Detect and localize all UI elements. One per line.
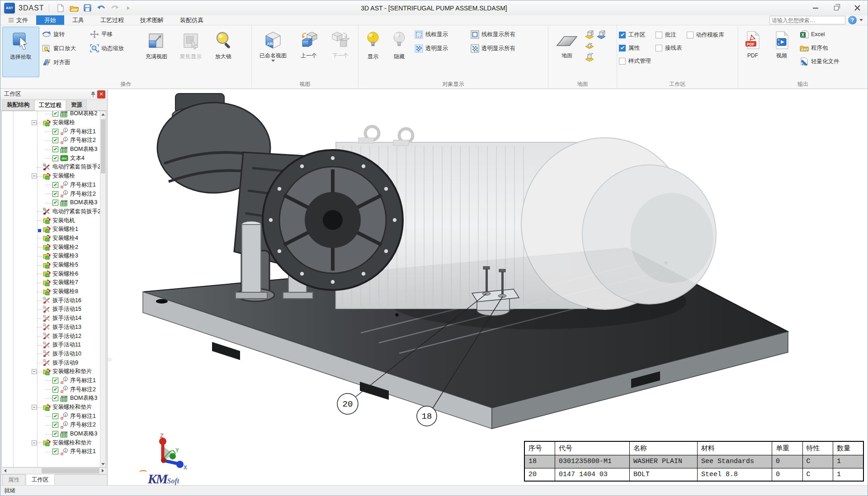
rotate-button[interactable]: 旋转 (40, 29, 87, 39)
tree-item-checkbox[interactable] (52, 413, 58, 419)
collapse-expander-icon[interactable] (32, 405, 37, 410)
next-view-button[interactable]: 下一个 (325, 27, 356, 77)
checkbox-icon[interactable] (619, 58, 626, 65)
tree-item[interactable]: 扳手活动15 (2, 305, 100, 314)
scrollbar-thumb[interactable] (101, 119, 105, 173)
tree-item[interactable]: 安装螺栓7 (2, 278, 100, 287)
tree-item[interactable]: 1序号标注1 (2, 127, 100, 136)
prev-view-button[interactable]: 上一个 (293, 27, 324, 77)
close-panel-button[interactable]: ✕ (97, 90, 105, 98)
tree-item[interactable]: 安装螺栓1 (2, 225, 100, 234)
scroll-right-arrow[interactable] (99, 468, 106, 474)
tree-item[interactable]: 扳手活动16 (2, 296, 100, 305)
checkbox-icon[interactable] (656, 32, 662, 38)
redo-button[interactable] (109, 3, 121, 14)
show-button[interactable]: 显示 (360, 27, 386, 77)
close-button[interactable] (847, 0, 868, 15)
annotation-checkbox-row[interactable]: 批注 (656, 29, 682, 40)
open-file-button[interactable] (68, 3, 80, 14)
collapse-expander-icon[interactable] (32, 440, 37, 445)
tree-item-checkbox[interactable] (52, 395, 58, 401)
tab-assembly-structure[interactable]: 装配结构 (2, 99, 34, 110)
style-mgmt-checkbox-row[interactable]: 样式管理 (619, 56, 651, 66)
bom-row[interactable]: 200147 1404 03BOLTSteel 8.80C1 (524, 468, 863, 481)
tree-item[interactable]: 扳手活动12 (2, 332, 100, 341)
ground-button[interactable]: 地面 (550, 27, 584, 77)
tree-item[interactable]: 1序号标注1 (2, 376, 100, 385)
tree-item[interactable]: abc文本4 (2, 154, 100, 163)
action-lib-checkbox-row[interactable]: 动作模板库 (687, 29, 725, 40)
tab-home[interactable]: 开始 (36, 15, 64, 25)
tab-file[interactable]: 文件 (0, 15, 36, 25)
tab-tech-illustration[interactable]: 技术图解 (132, 15, 172, 25)
ground-option-icon[interactable] (596, 30, 606, 39)
tab-process-tree[interactable]: 工艺过程 (34, 100, 66, 111)
export-excel-button[interactable]: X Excel (798, 29, 848, 39)
new-document-button[interactable] (55, 3, 66, 14)
checkbox-checked-icon[interactable] (619, 32, 626, 38)
checkbox-icon[interactable] (687, 32, 693, 38)
tree-item-checkbox[interactable] (52, 155, 58, 161)
collapse-expander-icon[interactable] (32, 173, 37, 178)
scroll-up-arrow[interactable] (100, 111, 106, 117)
tab-resources[interactable]: 资源 (66, 99, 87, 110)
tree-item-checkbox[interactable] (52, 137, 58, 143)
focus-display-button[interactable]: 聚焦显示 (174, 27, 208, 77)
tree-item-checkbox[interactable] (52, 449, 58, 454)
tree-item[interactable]: 扳手活动14 (2, 314, 100, 323)
search-box[interactable] (769, 16, 845, 24)
tree-item[interactable]: 安装螺栓 (2, 118, 100, 127)
restore-button[interactable] (826, 0, 847, 15)
tree-item[interactable]: BOMBOM表格3 (2, 198, 100, 207)
named-views-button[interactable]: AB 已命名视图 (254, 27, 292, 77)
tree-item[interactable]: 安装螺栓8 (2, 287, 100, 296)
tree-item-checkbox[interactable] (52, 378, 58, 384)
tree-item[interactable]: 安装螺栓2 (2, 243, 100, 252)
pump-3d-model[interactable]: 20 18 (108, 89, 868, 485)
tree-item[interactable]: 扳手活动9 (2, 358, 100, 367)
tree-item[interactable]: 1序号标注1 (2, 447, 100, 456)
tree-horizontal-scrollbar[interactable] (1, 468, 106, 474)
search-input[interactable] (770, 17, 844, 23)
tree-item-checkbox[interactable] (52, 422, 58, 428)
pan-button[interactable]: 平移 (88, 29, 139, 39)
workspace-checkbox-row[interactable]: 工作区 (619, 29, 651, 40)
tree-item[interactable]: 1序号标注1 (2, 412, 100, 421)
hide-button[interactable]: 隐藏 (387, 27, 412, 77)
tab-assembly-simulation[interactable]: 装配仿真 (172, 15, 212, 25)
select-pick-button[interactable]: 选择拾取 (2, 27, 39, 77)
qat-customize-button[interactable] (123, 3, 134, 14)
help-dropdown-icon[interactable] (859, 19, 863, 21)
tree-item[interactable]: 安装螺栓6 (2, 269, 100, 278)
tree-item[interactable]: 扳手活动11 (2, 341, 100, 350)
window-zoom-button[interactable]: 窗口放大 (40, 43, 87, 53)
dynamic-zoom-button[interactable]: 动态缩放 (88, 43, 139, 53)
tree-item[interactable]: 安装螺栓和垫片 (2, 403, 100, 412)
tab-process[interactable]: 工艺过程 (92, 15, 132, 25)
tree-item[interactable]: 扳手活动13 (2, 323, 100, 332)
tree-item[interactable]: 1序号标注1 (2, 181, 100, 190)
ground-option-icon[interactable] (585, 30, 594, 39)
transparent-display-button[interactable]: 透明显示 (413, 43, 468, 53)
tree-item[interactable]: 电动拧紧套筒扳手26 (2, 207, 100, 216)
pump-housing[interactable] (157, 94, 403, 301)
minimize-button[interactable] (805, 0, 826, 15)
bom-row[interactable]: 180301235800-M1WASHER PLAINSee Standards… (524, 455, 863, 468)
tree-item[interactable]: 安装螺栓 (2, 172, 100, 181)
tree-item[interactable]: 安装螺栓和垫片 (2, 438, 100, 447)
tree-item[interactable]: 安装螺栓和垫片 (2, 367, 100, 376)
tree-item[interactable]: 安装螺栓3 (2, 252, 100, 261)
tree-item[interactable]: BOMBOM表格3 (2, 145, 100, 154)
magnifier-button[interactable]: 放大镜 (208, 27, 238, 77)
align-face-button[interactable]: 对齐面 (40, 57, 87, 67)
ground-option-icon[interactable] (585, 53, 594, 62)
tree-item-checkbox[interactable] (52, 111, 58, 117)
tree-item[interactable]: BOMBOM表格2 (2, 111, 100, 118)
export-package-button[interactable]: 程序包 (798, 43, 848, 53)
tree-item[interactable]: BOMBOM表格3 (2, 430, 100, 439)
fit-view-button[interactable]: 充满视图 (140, 27, 173, 77)
tree-vertical-scrollbar[interactable] (100, 111, 106, 467)
tree-item-checkbox[interactable] (52, 200, 58, 206)
save-button[interactable] (82, 3, 94, 14)
tab-workspace[interactable]: 工作区 (26, 474, 55, 486)
